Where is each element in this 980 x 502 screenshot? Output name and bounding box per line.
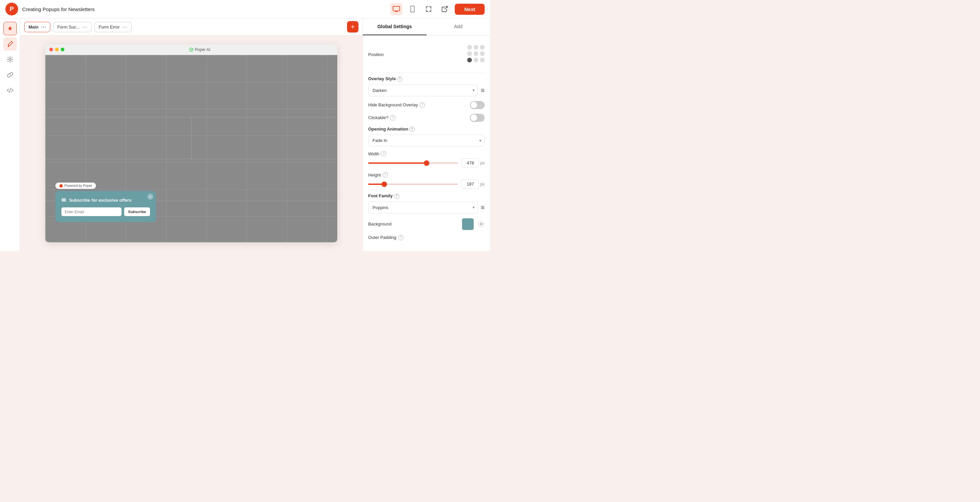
browser-bar: Poper AI [45,44,337,55]
sidebar-item-magic[interactable] [3,53,17,66]
position-grid [467,45,485,62]
background-row: Background × [368,218,485,230]
outer-padding-label: Outer Padding ? [368,235,403,240]
opening-animation-section: Opening Animation ? [368,127,485,132]
envelope-icon: ✉ [61,197,66,203]
pos-dot-tr[interactable] [480,45,485,50]
browser-dot-red [49,48,53,51]
height-row: Height ? [368,172,485,178]
opening-animation-help[interactable]: ? [409,127,415,132]
pos-dot-tl[interactable] [467,45,472,50]
height-slider-thumb[interactable] [382,181,387,187]
external-link-btn[interactable] [439,3,451,15]
height-help[interactable]: ? [383,172,388,178]
outer-padding-help[interactable]: ? [398,235,403,240]
popup-form: Subscribe [61,207,150,216]
sidebar-item-brush[interactable] [3,37,17,51]
width-row: Width ? [368,151,485,156]
pos-dot-tc[interactable] [474,45,478,50]
svg-rect-0 [393,6,400,11]
background-color-preview[interactable] [462,218,474,230]
popup-close-button[interactable]: × [147,194,153,200]
width-value-input[interactable] [461,158,479,167]
popup-title: ✉ Subscribe for exclusive offers [61,197,150,203]
expand-btn[interactable] [423,3,434,15]
width-label: Width ? [368,151,386,156]
width-unit: px [480,161,485,165]
page-title: Creating Popups for Newsletters [22,6,95,12]
topbar: P Creating Popups for Newsletters [0,0,490,19]
height-value-input[interactable] [461,180,479,189]
tab-form-success-dots[interactable]: ⋯ [82,24,87,30]
sidebar-item-code[interactable] [3,84,17,97]
hide-bg-overlay-toggle[interactable] [470,101,485,109]
width-slider-track[interactable] [368,162,458,164]
logo-icon: P [5,3,18,16]
next-button[interactable]: Next [455,4,485,15]
pos-dot-mc[interactable] [474,51,478,56]
overlay-style-label: Overlay Style ? [368,76,485,82]
sidebar-item-link[interactable] [3,68,17,81]
desktop-device-btn[interactable] [390,3,402,15]
pos-dot-bl[interactable] [467,58,472,62]
clickable-toggle[interactable] [470,114,485,122]
main-layout: Main ⋯ Form Suc... ⋯ Form Error ⋯ + [0,19,490,251]
tab-form-success[interactable]: Form Suc... ⋯ [53,22,92,32]
height-unit: px [480,182,485,187]
clickable-thumb [471,114,477,121]
browser-dot-green [61,48,64,51]
tab-global-settings[interactable]: Global Settings [363,19,426,35]
browser-preview-wrap: Poper AI [20,36,363,251]
outer-padding-row: Outer Padding ? [368,235,485,240]
hide-bg-overlay-help[interactable]: ? [420,102,425,108]
font-family-help[interactable]: ? [394,194,399,199]
width-slider-thumb[interactable] [424,160,429,166]
tab-form-error[interactable]: Form Error ⋯ [94,22,132,32]
tab-form-error-dots[interactable]: ⋯ [122,24,127,30]
browser-window: Poper AI [45,44,337,242]
pos-dot-mr[interactable] [480,51,485,56]
height-slider-track[interactable] [368,184,458,185]
right-panel: Global Settings Add Position [363,19,490,251]
overlay-style-help[interactable]: ? [397,76,402,82]
hide-bg-overlay-row: Hide Background Overlay ? [368,101,485,109]
sidebar-item-sparkle[interactable] [3,22,17,35]
height-slider-wrap: px [368,180,485,189]
mobile-device-btn[interactable] [406,3,418,15]
clickable-label: Clickable? ? [368,115,395,121]
height-label: Height ? [368,172,388,178]
browser-url-text: Poper AI [195,47,210,52]
topbar-right: Next [390,3,485,15]
font-family-menu[interactable]: ≡ [480,204,485,211]
width-help[interactable]: ? [381,151,386,156]
tab-main-dots[interactable]: ⋯ [41,24,46,30]
clickable-help[interactable]: ? [390,115,395,121]
subscribe-button[interactable]: Subscribe [124,207,150,216]
add-tab-button[interactable]: + [347,21,358,33]
clickable-row: Clickable? ? [368,114,485,122]
overlay-style-select[interactable]: Darken Lighten None [368,84,478,96]
pos-dot-bc[interactable] [474,58,478,62]
font-family-select[interactable]: Poppins Arial Roboto Open Sans [368,202,478,213]
overlay-style-menu[interactable]: ≡ [480,87,485,94]
pos-dot-br[interactable] [480,58,485,62]
left-sidebar [0,19,20,251]
panel-tabs: Global Settings Add [363,19,490,36]
browser-dot-yellow [55,48,59,51]
browser-url: Poper AI [67,47,333,52]
email-input[interactable] [61,207,121,216]
hide-bg-overlay-thumb [471,102,477,108]
canvas-area: Main ⋯ Form Suc... ⋯ Form Error ⋯ + [20,19,363,251]
tab-bar: Main ⋯ Form Suc... ⋯ Form Error ⋯ + [20,19,363,36]
position-section: Position [368,41,485,68]
tab-add[interactable]: Add [426,19,490,35]
height-value-wrap: px [461,180,485,189]
topbar-left: P Creating Popups for Newsletters [5,3,95,16]
opening-animation-select[interactable]: Fade In Slide Up Zoom In [368,135,485,146]
background-close-button[interactable]: × [478,221,485,227]
panel-body: Position Overlay Style ? [363,36,490,250]
tab-main[interactable]: Main ⋯ [24,22,50,32]
pos-dot-ml[interactable] [467,51,472,56]
hide-bg-overlay-label: Hide Background Overlay ? [368,102,425,108]
popup-overlay: Powered by Poper × ✉ Subscribe for exclu… [56,183,156,222]
